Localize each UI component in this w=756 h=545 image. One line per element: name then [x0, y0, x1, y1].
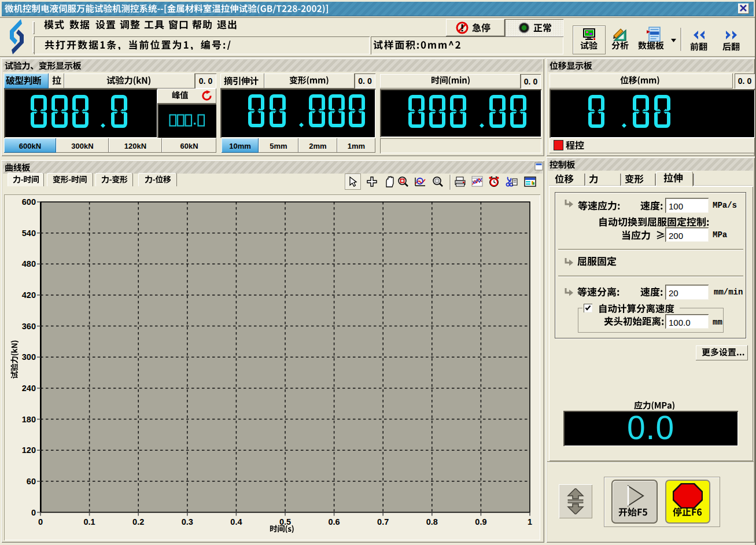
- svg-text:180: 180: [22, 415, 36, 424]
- svg-text:0.9: 0.9: [475, 517, 486, 526]
- svg-text:480: 480: [22, 259, 36, 268]
- svg-text:0.3: 0.3: [182, 517, 193, 526]
- svg-text:0.2: 0.2: [132, 517, 144, 526]
- svg-text:60: 60: [27, 477, 36, 486]
- svg-text:0.8: 0.8: [426, 517, 438, 526]
- svg-text:0.7: 0.7: [377, 517, 389, 526]
- svg-text:600: 600: [22, 197, 36, 207]
- svg-text:0.6: 0.6: [329, 517, 340, 526]
- svg-text:300: 300: [22, 352, 36, 362]
- svg-text:540: 540: [22, 229, 36, 238]
- svg-text:0.1: 0.1: [84, 517, 95, 526]
- svg-text:0.4: 0.4: [230, 517, 242, 526]
- svg-text:0: 0: [31, 508, 36, 517]
- svg-text:360: 360: [22, 322, 36, 331]
- svg-text:420: 420: [22, 290, 36, 300]
- svg-text:120: 120: [22, 445, 36, 455]
- svg-text:0: 0: [38, 517, 43, 526]
- svg-text:240: 240: [22, 384, 36, 393]
- svg-text:1: 1: [528, 517, 532, 526]
